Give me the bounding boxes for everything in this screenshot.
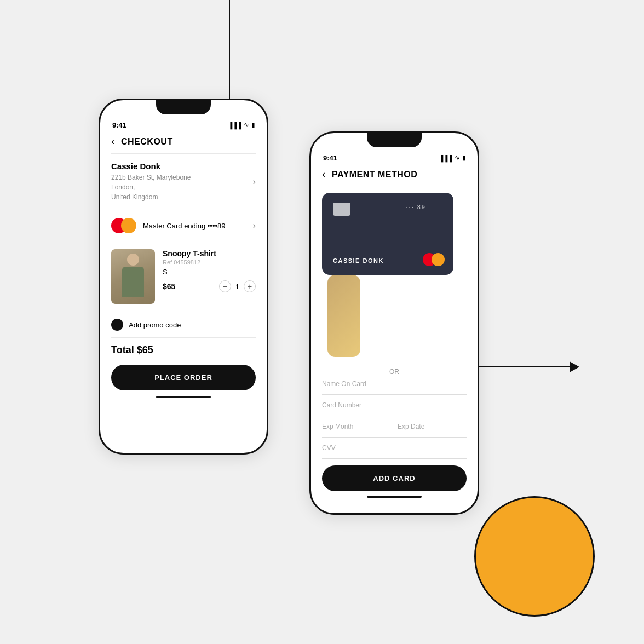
promo-label: Add promo code bbox=[129, 321, 181, 329]
phone2-notch bbox=[367, 133, 422, 147]
yellow-circle-decoration bbox=[474, 496, 595, 617]
address-line3: United Kingdom bbox=[111, 192, 191, 202]
card-carousel[interactable]: ··· 89 CASSIE DONK bbox=[311, 186, 478, 364]
product-price: $65 bbox=[163, 282, 175, 291]
address-info: Cassie Donk 221b Baker St, Marylebone Lo… bbox=[111, 162, 191, 202]
product-section: Snoopy T-shirt Ref 04559812 S $65 − 1 + bbox=[100, 242, 267, 312]
gold-card-peek bbox=[327, 275, 360, 357]
payment-nav-bar: ‹ PAYMENT METHOD bbox=[311, 164, 478, 186]
product-size: S bbox=[163, 268, 256, 276]
phone2-home-indicator bbox=[367, 496, 422, 498]
phone1-battery-icon: ▮ bbox=[251, 122, 255, 129]
promo-icon bbox=[111, 319, 123, 331]
exp-date-label: Exp Date bbox=[398, 423, 467, 430]
or-left-line bbox=[322, 372, 384, 372]
product-ref: Ref 04559812 bbox=[163, 259, 256, 266]
card-holder-name: CASSIE DONK bbox=[333, 257, 384, 264]
exp-date-field[interactable]: Exp Date bbox=[398, 423, 467, 433]
total-label: Total $65 bbox=[111, 344, 153, 355]
product-image bbox=[111, 249, 155, 304]
phone2-status-bar: 9:41 ▐▐▐ ∿ ▮ bbox=[311, 147, 478, 164]
phone2-status-icons: ▐▐▐ ∿ ▮ bbox=[439, 154, 465, 162]
payment-section[interactable]: Master Card ending ••••89 › bbox=[100, 210, 267, 241]
phone2-signal-icon: ▐▐▐ bbox=[439, 155, 452, 162]
qty-value: 1 bbox=[235, 283, 239, 291]
phone1-home-indicator bbox=[156, 396, 211, 398]
name-on-card-field[interactable]: Name On Card bbox=[322, 380, 467, 395]
name-on-card-label: Name On Card bbox=[322, 380, 467, 388]
or-label: OR bbox=[389, 368, 399, 376]
quantity-control[interactable]: − 1 + bbox=[219, 280, 256, 292]
payment-chevron-icon: › bbox=[253, 221, 256, 231]
address-section[interactable]: Cassie Donk 221b Baker St, Marylebone Lo… bbox=[100, 154, 267, 210]
vertical-line bbox=[229, 0, 230, 101]
exp-fields-row: Exp Month Exp Date bbox=[322, 423, 467, 438]
promo-section[interactable]: Add promo code bbox=[100, 312, 267, 337]
phone1-time: 9:41 bbox=[112, 121, 127, 129]
exp-month-label: Exp Month bbox=[322, 423, 391, 430]
phone2-time: 9:41 bbox=[323, 154, 337, 162]
card-number-field[interactable]: Card Number bbox=[322, 401, 467, 416]
address-line2: London, bbox=[111, 182, 191, 192]
product-name: Snoopy T-shirt bbox=[163, 249, 256, 258]
phone2-wifi-icon: ∿ bbox=[455, 154, 459, 162]
cvv-label: CVV bbox=[322, 444, 467, 452]
qty-decrease-button[interactable]: − bbox=[219, 280, 231, 292]
place-order-button[interactable]: PLACE ORDER bbox=[111, 365, 256, 390]
phone1-status-bar: 9:41 ▐▐▐ ∿ ▮ bbox=[100, 114, 267, 131]
checkout-phone: 9:41 ▐▐▐ ∿ ▮ ‹ CHECKOUT Cassie Donk 221b… bbox=[99, 99, 268, 455]
product-price-row: $65 − 1 + bbox=[163, 280, 256, 292]
payment-phone: 9:41 ▐▐▐ ∿ ▮ ‹ PAYMENT METHOD ··· 89 CAS… bbox=[309, 131, 479, 515]
product-figure bbox=[111, 249, 155, 304]
checkout-back-button[interactable]: ‹ bbox=[111, 136, 114, 147]
phone2-battery-icon: ▮ bbox=[462, 154, 465, 162]
card-mc-yellow bbox=[432, 253, 445, 266]
qty-increase-button[interactable]: + bbox=[244, 280, 256, 292]
product-info: Snoopy T-shirt Ref 04559812 S $65 − 1 + bbox=[163, 249, 256, 292]
customer-name: Cassie Donk bbox=[111, 162, 191, 171]
exp-month-field[interactable]: Exp Month bbox=[322, 423, 391, 433]
card-last-digits: ··· 89 bbox=[406, 204, 426, 210]
phone1-status-icons: ▐▐▐ ∿ ▮ bbox=[228, 122, 255, 129]
phone1-notch bbox=[156, 100, 211, 114]
mc-yellow-circle bbox=[121, 218, 136, 233]
payment-back-button[interactable]: ‹ bbox=[322, 169, 325, 180]
phone1-signal-icon: ▐▐▐ bbox=[228, 122, 241, 129]
figure-head bbox=[127, 254, 139, 266]
add-card-button[interactable]: ADD CARD bbox=[322, 465, 467, 491]
card-number-label: Card Number bbox=[322, 401, 467, 409]
card-chip-icon bbox=[333, 203, 350, 216]
or-divider: OR bbox=[311, 364, 478, 380]
or-right-line bbox=[405, 372, 467, 372]
arrow-head-icon bbox=[570, 361, 579, 372]
payment-title: PAYMENT METHOD bbox=[332, 170, 417, 180]
phone1-wifi-icon: ∿ bbox=[244, 122, 249, 129]
checkout-nav-bar: ‹ CHECKOUT bbox=[100, 131, 267, 153]
card-mastercard-logo bbox=[423, 253, 445, 266]
figure-body bbox=[122, 267, 144, 297]
total-section: Total $65 bbox=[100, 338, 267, 365]
address-chevron-icon: › bbox=[253, 177, 256, 187]
checkout-title: CHECKOUT bbox=[121, 137, 173, 147]
dark-card: ··· 89 CASSIE DONK bbox=[322, 193, 453, 275]
cvv-field[interactable]: CVV bbox=[322, 444, 467, 459]
payment-label: Master Card ending ••••89 bbox=[143, 222, 225, 230]
address-line1: 221b Baker St, Marylebone bbox=[111, 173, 191, 182]
mastercard-icon bbox=[111, 218, 136, 233]
